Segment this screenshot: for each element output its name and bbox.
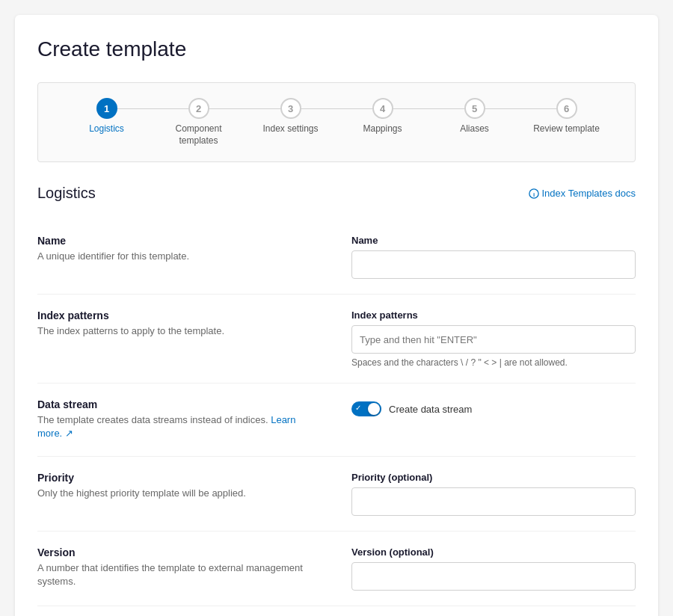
- priority-row: Priority Only the highest priority templ…: [37, 457, 636, 532]
- step-1-label: Logistics: [89, 123, 124, 135]
- page-container: Create template 1 Logistics 2 Component …: [15, 15, 658, 616]
- data-stream-toggle[interactable]: ✓: [351, 401, 381, 416]
- step-2-label: Component templates: [165, 123, 233, 147]
- step-6: 6 Review template: [520, 98, 612, 135]
- data-stream-desc-text: The template creates data streams instea…: [37, 413, 322, 440]
- step-5-circle: 5: [464, 98, 485, 119]
- docs-link[interactable]: i Index Templates docs: [529, 188, 636, 199]
- version-label-left: Version: [37, 546, 322, 558]
- step-4-circle: 4: [372, 98, 393, 119]
- step-5-label: Aliases: [460, 123, 489, 135]
- priority-input[interactable]: [351, 487, 636, 516]
- data-stream-row: Data stream The template creates data st…: [37, 384, 636, 456]
- step-5: 5 Aliases: [428, 98, 520, 135]
- toggle-label: Create data stream: [389, 404, 472, 415]
- index-patterns-desc-text: The index patterns to apply to the templ…: [37, 324, 322, 338]
- index-patterns-input[interactable]: [351, 325, 636, 354]
- priority-input-area: Priority (optional): [351, 472, 636, 516]
- section-header: Logistics i Index Templates docs: [37, 185, 636, 202]
- name-row: Name A unique identifier for this templa…: [37, 220, 636, 295]
- data-stream-input-area: ✓ Create data stream: [351, 398, 636, 416]
- meta-section: _meta field Use the _meta field to store…: [37, 606, 636, 616]
- page-title: Create template: [37, 37, 636, 61]
- data-stream-label-left: Data stream: [37, 398, 322, 410]
- index-patterns-row: Index patterns The index patterns to app…: [37, 295, 636, 384]
- index-patterns-input-label: Index patterns: [351, 309, 636, 321]
- priority-description: Priority Only the highest priority templ…: [37, 472, 322, 500]
- stepper: 1 Logistics 2 Component templates 3 Inde…: [37, 82, 636, 162]
- name-input-label: Name: [351, 235, 636, 246]
- step-3-label: Index settings: [262, 123, 318, 135]
- name-input[interactable]: [351, 250, 636, 279]
- name-input-area: Name: [351, 235, 636, 279]
- step-6-label: Review template: [533, 123, 600, 135]
- version-input-area: Version (optional): [351, 546, 636, 591]
- step-4-label: Mappings: [363, 123, 402, 135]
- toggle-row: ✓ Create data stream: [351, 401, 636, 416]
- step-4: 4 Mappings: [336, 98, 428, 135]
- step-6-circle: 6: [556, 98, 577, 119]
- version-description: Version A number that identifies the tem…: [37, 546, 322, 588]
- version-input-label: Version (optional): [351, 546, 636, 558]
- svg-text:i: i: [532, 191, 534, 197]
- step-3-circle: 3: [280, 98, 301, 119]
- step-1-circle: 1: [96, 98, 117, 119]
- section-title: Logistics: [37, 185, 96, 202]
- docs-icon: i: [529, 188, 539, 199]
- name-desc-text: A unique identifier for this template.: [37, 250, 322, 263]
- index-patterns-input-area: Index patterns Spaces and the characters…: [351, 309, 636, 368]
- version-desc-text: A number that identifies the template to…: [37, 561, 322, 588]
- index-patterns-label-left: Index patterns: [37, 309, 322, 321]
- index-patterns-description: Index patterns The index patterns to app…: [37, 309, 322, 338]
- version-input[interactable]: [351, 562, 636, 591]
- name-description: Name A unique identifier for this templa…: [37, 235, 322, 263]
- step-3: 3 Index settings: [245, 98, 336, 135]
- priority-label-left: Priority: [37, 472, 322, 484]
- step-2-circle: 2: [188, 98, 209, 119]
- step-1: 1 Logistics: [61, 98, 153, 135]
- data-stream-description: Data stream The template creates data st…: [37, 398, 322, 440]
- priority-desc-text: Only the highest priority template will …: [37, 487, 322, 500]
- version-row: Version A number that identifies the tem…: [37, 532, 636, 606]
- step-2: 2 Component templates: [153, 98, 245, 147]
- priority-input-label: Priority (optional): [351, 472, 636, 483]
- name-label-left: Name: [37, 235, 322, 247]
- index-patterns-hint: Spaces and the characters \ / ? " < > | …: [351, 357, 636, 368]
- form-content: Name A unique identifier for this templa…: [37, 220, 636, 616]
